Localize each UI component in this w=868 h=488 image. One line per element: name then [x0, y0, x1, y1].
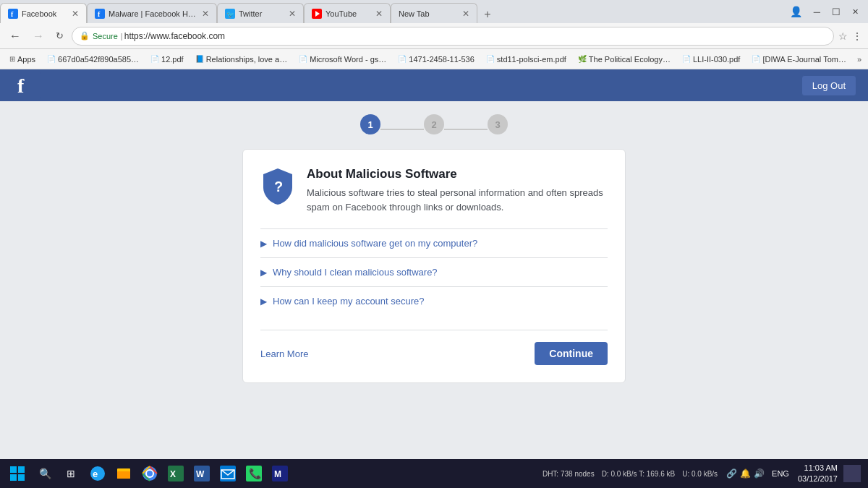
window-controls: 👤 ─ ☐ ✕ [780, 4, 868, 19]
network-icon[interactable]: 🔗 [726, 468, 737, 479]
doc-icon-5: 📄 [398, 55, 407, 63]
title-bar: f Facebook ✕ f Malware | Facebook Hel… ✕… [0, 0, 868, 23]
tab-favicon-youtube [312, 9, 322, 19]
bookmark-1[interactable]: 📄 667d0a542f890a585… [43, 53, 142, 65]
tab-title-facebook: Facebook [22, 9, 68, 18]
bookmark-7-label: The Political Ecology… [589, 55, 671, 64]
bookmark-apps-label: Apps [17, 55, 35, 64]
tabs-row: f Facebook ✕ f Malware | Facebook Hel… ✕… [0, 0, 780, 23]
faq-arrow-1: ▶ [260, 239, 267, 249]
tab-close-malware[interactable]: ✕ [202, 9, 209, 19]
step-2-circle: 2 [424, 114, 444, 134]
tab-youtube[interactable]: YouTube ✕ [304, 3, 391, 23]
svg-text:?: ? [274, 179, 283, 194]
bookmark-star-button[interactable]: ☆ [838, 30, 848, 42]
back-button[interactable]: ← [6, 28, 25, 44]
new-tab-button[interactable]: + [479, 6, 496, 23]
bookmark-1-label: 667d0a542f890a585… [58, 55, 139, 64]
bookmarks-more-button[interactable]: » [854, 53, 864, 65]
steps-row: 1 2 3 [360, 114, 508, 134]
facebook-header: f Log Out [0, 69, 868, 101]
close-button[interactable]: ✕ [848, 4, 862, 19]
step-3-circle: 3 [488, 114, 508, 134]
bookmark-8-label: LLI-II-030.pdf [693, 55, 740, 64]
svg-text:X: X [170, 469, 176, 479]
taskbar-app-mail[interactable] [216, 461, 240, 486]
svg-text:🐦: 🐦 [226, 10, 235, 19]
doc-icon-4: 📄 [299, 55, 307, 63]
bookmark-5[interactable]: 📄 1471-2458-11-536 [394, 53, 478, 65]
bookmark-4-label: Microsoft Word - gs… [310, 55, 386, 64]
taskbar-app-phone[interactable]: 📞 [242, 461, 266, 486]
tab-facebook[interactable]: f Facebook ✕ [0, 3, 87, 23]
bookmark-2[interactable]: 📄 12.pdf [147, 53, 187, 65]
bookmark-6[interactable]: 📄 std11-polsci-em.pdf [482, 53, 570, 65]
tab-close-twitter[interactable]: ✕ [289, 9, 296, 19]
show-desktop-button[interactable] [843, 465, 861, 482]
centered-content: 1 2 3 [0, 101, 868, 383]
browser-menu-button[interactable]: ⋮ [852, 30, 862, 42]
bookmark-9-label: [DIWA E-Journal Tom… [762, 55, 846, 64]
taskbar-app-mail2[interactable]: M [268, 461, 292, 486]
secure-lock-icon: 🔒 [80, 31, 90, 40]
svg-text:M: M [274, 469, 281, 479]
bookmark-8[interactable]: 📄 LLI-II-030.pdf [678, 53, 744, 65]
taskbar-app-word[interactable]: W [190, 461, 214, 486]
taskbar-app-files[interactable] [111, 461, 136, 486]
svg-rect-8 [12, 71, 41, 100]
tab-favicon-malware: f [95, 9, 105, 19]
tab-close-newtab[interactable]: ✕ [462, 9, 469, 19]
tab-malware[interactable]: f Malware | Facebook Hel… ✕ [87, 3, 217, 23]
bookmark-apps[interactable]: ⊞ Apps [6, 53, 39, 65]
taskbar-app-excel[interactable]: X [163, 461, 188, 486]
bookmark-5-label: 1471-2458-11-536 [409, 55, 475, 64]
bookmark-4[interactable]: 📄 Microsoft Word - gs… [295, 53, 390, 65]
volume-icon[interactable]: 🔊 [754, 468, 765, 479]
taskbar-search-button[interactable]: 🔍 [33, 462, 56, 485]
doc-icon-1: 📄 [47, 55, 56, 63]
learn-more-link[interactable]: Learn More [260, 348, 308, 359]
svg-text:e: e [93, 468, 98, 479]
doc-icon-9: 📄 [752, 55, 760, 63]
tab-close-youtube[interactable]: ✕ [375, 9, 383, 19]
faq-item-2[interactable]: ▶ Why should I clean malicious software? [260, 257, 608, 286]
tab-newtab[interactable]: New Tab ✕ [391, 3, 477, 23]
time-label: 11:03 AM [798, 463, 838, 474]
bookmark-3[interactable]: 📘 Relationships, love a… [192, 53, 292, 65]
tab-twitter[interactable]: 🐦 Twitter ✕ [217, 3, 304, 23]
continue-button[interactable]: Continue [535, 342, 608, 365]
bookmark-9[interactable]: 📄 [DIWA E-Journal Tom… [748, 53, 850, 65]
url-separator: | [121, 32, 123, 40]
shield-icon-container: ? [260, 167, 295, 207]
maximize-button[interactable]: ☐ [828, 4, 844, 19]
faq-question-2: Why should I clean malicious software? [273, 267, 438, 278]
address-bar: ← → ↻ 🔒 Secure | https://www.facebook.co… [0, 23, 868, 49]
taskbar-taskview-button[interactable]: ⊞ [59, 462, 82, 485]
faq-item-1[interactable]: ▶ How did malicious software get on my c… [260, 228, 608, 257]
start-button[interactable] [4, 461, 30, 487]
tab-favicon-twitter: 🐦 [225, 9, 235, 19]
step-line-2 [444, 129, 488, 130]
url-bar[interactable]: 🔒 Secure | https://www.facebook.com [72, 27, 834, 46]
taskbar-app-chrome[interactable] [137, 461, 162, 486]
taskbar: 🔍 ⊞ e X [0, 459, 868, 488]
bookmark-7[interactable]: 🌿 The Political Ecology… [574, 53, 674, 65]
refresh-button[interactable]: ↻ [52, 29, 67, 43]
taskbar-app-ie[interactable]: e [85, 461, 110, 486]
shield-icon: ? [260, 167, 295, 206]
faq-arrow-2: ▶ [260, 267, 267, 278]
notification-icon[interactable]: 🔔 [740, 468, 751, 479]
forward-button[interactable]: → [29, 28, 48, 44]
tab-close-facebook[interactable]: ✕ [72, 9, 79, 19]
bookmark-2-label: 12.pdf [161, 55, 184, 64]
faq-item-3[interactable]: ▶ How can I keep my account secure? [260, 286, 608, 315]
browser-content: f Log Out 1 2 [0, 69, 868, 459]
taskbar-apps: e X W [85, 461, 540, 486]
logout-button[interactable]: Log Out [801, 75, 856, 96]
secure-label: Secure [93, 32, 118, 40]
page-content-area: 1 2 3 [0, 101, 868, 459]
taskbar-tray: DHT: 738 nodes D: 0.0 kB/s T: 169.6 kB U… [542, 463, 864, 485]
svg-rect-14 [18, 474, 25, 481]
profile-button[interactable]: 👤 [786, 4, 806, 19]
minimize-button[interactable]: ─ [810, 4, 824, 19]
